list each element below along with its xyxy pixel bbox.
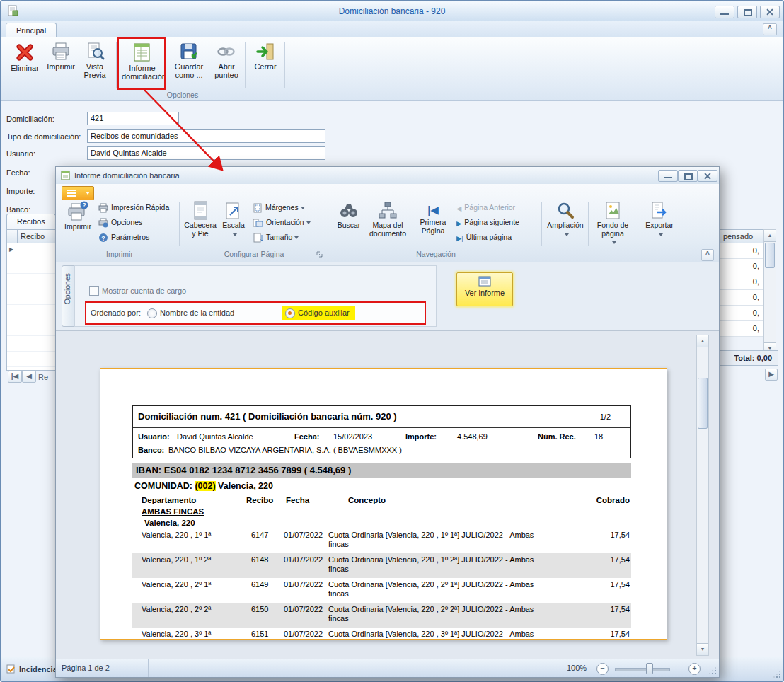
impresion-rapida-button[interactable]: Impresión Rápida [98, 201, 169, 214]
nav-first-record-icon[interactable]: |◀ [8, 371, 22, 383]
file-menu-button[interactable] [62, 186, 94, 200]
cerrar-button[interactable]: Cerrar [249, 40, 282, 91]
dialog-launcher-icon[interactable] [316, 251, 323, 258]
report-group-fincas: AMBAS FINCAS [142, 507, 204, 516]
nav-prev-record-icon[interactable]: ◀ [22, 371, 36, 383]
grid-cell[interactable]: 0, [720, 259, 763, 274]
imprimir-button[interactable]: Imprimir [44, 40, 78, 91]
opciones-button[interactable]: Opciones [98, 216, 142, 229]
scrollbar-thumb[interactable] [698, 378, 708, 429]
ampliacion-button[interactable]: Ampliación [547, 200, 584, 248]
report-preview[interactable]: Domiciliación num. 421 ( Domiciliación b… [56, 330, 719, 660]
grid-compensado-header[interactable]: pensado [720, 229, 763, 243]
pagina-siguiente-button[interactable]: ▶Página siguiente [456, 216, 519, 229]
dialog-restore-icon[interactable] [678, 170, 698, 182]
grid-cell[interactable]: 0, [720, 274, 763, 290]
guardar-como-label: Guardar como ... [170, 62, 208, 79]
cabecera-pie-button[interactable]: Cabecera y Pie [183, 200, 217, 248]
tab-principal[interactable]: Principal [6, 23, 57, 37]
preview-vertical-scrollbar[interactable]: ▲ ▼ [696, 335, 709, 656]
main-titlebar[interactable]: Domiciliación bancaria - 920 [1, 1, 783, 21]
grid-cell[interactable]: 0, [720, 321, 763, 337]
grid-vertical-scrollbar[interactable]: ▲ ▼ [763, 229, 776, 355]
incidencias-icon [6, 664, 16, 674]
mapa-documento-label: Mapa del documento [367, 221, 408, 238]
tipo-domiciliacion-input[interactable]: Recibos de comunidades [87, 129, 325, 143]
buscar-button[interactable]: Buscar [333, 200, 364, 248]
pagina-anterior-button[interactable]: ◀Página Anterior [456, 201, 515, 214]
vista-previa-button[interactable]: Vista Previa [78, 40, 112, 91]
ultima-pagina-label: Última página [466, 233, 512, 241]
zoom-slider-thumb[interactable] [646, 663, 653, 674]
parameters-icon: ? [98, 233, 108, 243]
dialog-close-icon[interactable] [698, 170, 717, 182]
domiciliacion-input[interactable]: 421 [87, 112, 179, 125]
print-options-icon [98, 218, 108, 228]
row-cobrado: 17,54 [610, 630, 630, 639]
col-fecha: Fecha [286, 496, 309, 504]
scrollbar-thumb[interactable] [765, 243, 775, 268]
svg-text:?: ? [101, 235, 105, 242]
usuario-input[interactable]: David Quintas Alcalde [87, 146, 325, 160]
grid-cell[interactable]: 0, [720, 306, 763, 321]
mostrar-cuenta-label: Mostrar cuenta de cargo [102, 287, 186, 295]
opciones-label: Opciones [111, 218, 142, 226]
tamano-button[interactable]: Tamaño [253, 231, 299, 244]
ribbon-collapse-icon[interactable]: ^ [763, 23, 777, 35]
dlg-imprimir-button[interactable]: ? Imprimir [62, 200, 94, 248]
dialog-titlebar[interactable]: Informe domiciliación bancaria [56, 167, 719, 185]
dialog-minimize-icon[interactable] [658, 170, 678, 182]
grid-cell[interactable]: 0, [720, 290, 763, 306]
resize-grip[interactable] [772, 669, 781, 678]
scroll-up-icon[interactable]: ▲ [764, 230, 776, 242]
mostrar-cuenta-checkbox[interactable] [89, 286, 99, 296]
row-concepto: Cuota Ordinaria [Valencia, 220 , 2º 2ª] … [328, 605, 553, 623]
hscroll-right-icon[interactable]: ▶ [765, 369, 778, 381]
zoom-in-button[interactable]: + [688, 663, 701, 675]
zoom-out-button[interactable]: − [596, 663, 609, 675]
fondo-pagina-button[interactable]: Fondo de página [592, 200, 633, 248]
escala-button[interactable]: Escala [219, 200, 248, 248]
report-numrec-label: Núm. Rec. [538, 432, 576, 441]
dialog-resize-grip[interactable] [708, 666, 717, 675]
importe-label: Importe: [6, 187, 35, 195]
grid-cell[interactable]: 0, [720, 243, 763, 259]
zoom-slider-track[interactable] [615, 668, 670, 671]
guardar-como-button[interactable]: Guardar como ... [170, 40, 208, 91]
primera-pagina-button[interactable]: |◀ Primera Página [415, 200, 451, 248]
grid-recibo-header[interactable]: Recibo [17, 229, 56, 243]
margenes-button[interactable]: Márgenes [253, 201, 305, 214]
scroll-up-icon[interactable]: ▲ [697, 335, 708, 347]
tab-opciones-vertical[interactable]: Opciones [62, 265, 74, 327]
row-cobrado: 17,54 [610, 580, 630, 589]
comunidad-name: Valencia, 220 [218, 481, 273, 491]
grid-compensado-column[interactable]: 0, 0, 0, 0, 0, 0, [720, 243, 763, 337]
informe-domiciliacion-button[interactable]: Informe domiciliación [122, 40, 163, 91]
report-title: Domiciliación num. 421 ( Domiciliación b… [138, 411, 397, 422]
eliminar-button[interactable]: Eliminar [7, 40, 42, 91]
minimize-icon[interactable] [715, 6, 734, 18]
grid-body[interactable]: ▶ [6, 243, 57, 371]
exportar-button[interactable]: Exportar [642, 200, 677, 248]
impresion-rapida-label: Impresión Rápida [111, 203, 169, 212]
options-strip: Opciones Mostrar cuenta de cargo Ordenad… [56, 262, 719, 330]
dialog-ribbon-collapse-icon[interactable]: ^ [701, 249, 714, 261]
ultima-pagina-button[interactable]: ▶|Última página [456, 231, 512, 244]
radio-nombre-entidad[interactable] [147, 308, 157, 318]
close-icon[interactable] [760, 6, 780, 18]
row-departamento: Valencia, 220 , 2º 2ª [142, 605, 211, 614]
report-row: Valencia, 220 , 1º 2ª 6148 01/07/2022 Cu… [132, 553, 631, 578]
parametros-label: Parámetros [111, 233, 149, 241]
restore-icon[interactable] [737, 6, 757, 18]
abrir-punteo-button[interactable]: Abrir punteo [209, 40, 243, 91]
orientacion-button[interactable]: Orientación [253, 216, 311, 229]
tab-recibos[interactable]: Recibos [6, 214, 56, 229]
report-fecha-label: Fecha: [294, 432, 319, 441]
radio-codigo-auxiliar[interactable] [285, 308, 295, 318]
scroll-down-icon[interactable]: ▼ [697, 643, 708, 655]
radio-nombre-label: Nombre de la entidad [160, 308, 234, 317]
parametros-button[interactable]: ?Parámetros [98, 231, 149, 244]
ver-informe-button[interactable]: Ver informe [456, 272, 513, 306]
chevron-down-icon [659, 233, 663, 236]
mapa-documento-button[interactable]: Mapa del documento [367, 200, 408, 248]
